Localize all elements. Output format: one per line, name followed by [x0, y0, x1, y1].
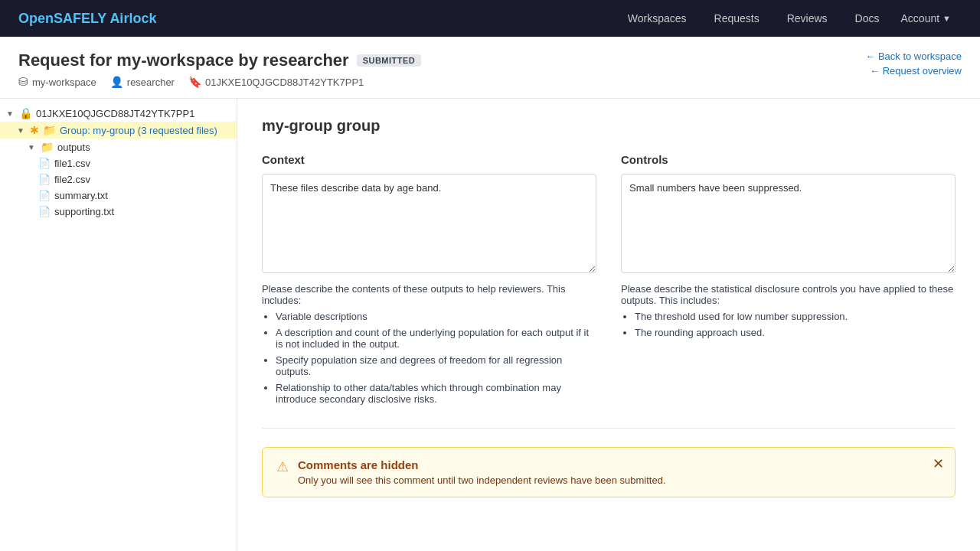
context-controls-grid: Context These files describe data by age…	[262, 153, 956, 409]
outputs-label: outputs	[57, 142, 90, 153]
file-icon: 📄	[38, 206, 51, 217]
file-name: file2.csv	[54, 174, 90, 185]
group-label: Group: my-group (3 requested files)	[60, 125, 217, 136]
content-area: my-group group Context These files descr…	[237, 99, 980, 551]
context-help-text: Please describe the contents of these ou…	[262, 283, 596, 306]
file-icon: 📄	[38, 174, 51, 185]
context-bullets: Variable descriptions A description and …	[276, 311, 596, 405]
sidebar: ▼ 🔒 01JKXE10QJGCD88JT42YTK7PP1 ▼ ✱ 📁 Gro…	[0, 99, 237, 551]
list-item[interactable]: 📄 file1.csv	[0, 155, 237, 171]
chevron-down-icon: ▼	[28, 143, 37, 152]
logo-airlock: Airlock	[109, 11, 156, 26]
nav-requests[interactable]: Requests	[704, 6, 770, 31]
request-id: 01JKXE10QJGCD88JT42YTK7PP1	[205, 77, 364, 88]
account-menu[interactable]: Account ▼	[890, 6, 962, 31]
close-button[interactable]: ✕	[933, 455, 944, 472]
file-name: supporting.txt	[54, 206, 114, 217]
controls-section: Controls Small numbers have been suppres…	[621, 153, 956, 409]
user-name: researcher	[127, 77, 175, 88]
file-icon: 📄	[38, 158, 51, 169]
file-name: file1.csv	[54, 158, 90, 169]
tree-root[interactable]: ▼ 🔒 01JKXE10QJGCD88JT42YTK7PP1	[0, 105, 237, 122]
context-section: Context These files describe data by age…	[262, 153, 596, 409]
page-title: Request for my-workspace by researcher S…	[18, 51, 421, 70]
folder-icon: 📁	[41, 141, 54, 153]
page-meta: ⛁ my-workspace 👤 researcher 🔖 01JKXE10QJ…	[18, 75, 421, 89]
list-item: The threshold used for low number suppre…	[635, 311, 956, 322]
list-item: The rounding approach used.	[635, 327, 956, 338]
banner-title: Comments are hidden	[298, 458, 666, 471]
section-divider	[262, 428, 956, 429]
warning-icon: ⚠	[276, 458, 289, 475]
banner-text: Comments are hidden Only you will see th…	[298, 458, 666, 486]
tree-group[interactable]: ▼ ✱ 📁 Group: my-group (3 requested files…	[0, 122, 237, 139]
request-overview-link[interactable]: ← Request overview	[865, 65, 962, 77]
workspace-name: my-workspace	[32, 77, 96, 88]
file-name: summary.txt	[54, 190, 108, 201]
nav-workspaces[interactable]: Workspaces	[617, 6, 697, 31]
controls-help-text: Please describe the statistical disclosu…	[621, 283, 956, 306]
list-item[interactable]: 📄 summary.txt	[0, 187, 237, 204]
page-header: Request for my-workspace by researcher S…	[0, 37, 980, 99]
banner-description: Only you will see this comment until two…	[298, 474, 666, 486]
list-item[interactable]: 📄 supporting.txt	[0, 204, 237, 220]
lock-icon: 🔒	[19, 107, 32, 119]
file-icon: 📄	[38, 190, 51, 201]
root-id-label: 01JKXE10QJGCD88JT42YTK7PP1	[36, 108, 194, 119]
nav-links: Workspaces Requests Reviews Docs	[617, 6, 890, 31]
top-nav: OpenSAFELY Airlock Workspaces Requests R…	[0, 0, 980, 37]
user-icon: 👤	[110, 76, 123, 88]
chevron-down-icon: ▼	[17, 126, 26, 135]
meta-user: 👤 researcher	[110, 75, 175, 89]
controls-heading: Controls	[621, 153, 956, 166]
header-right: ← Back to workspace ← Request overview	[865, 51, 962, 77]
list-item: Relationship to other data/tables which …	[276, 382, 596, 405]
list-item[interactable]: 📄 file2.csv	[0, 171, 237, 187]
controls-bullets: The threshold used for low number suppre…	[635, 311, 956, 338]
group-icon: ✱	[30, 124, 39, 136]
comments-banner: ⚠ Comments are hidden Only you will see …	[262, 447, 956, 497]
list-item: Specify population size and degrees of f…	[276, 354, 596, 377]
meta-id: 🔖 01JKXE10QJGCD88JT42YTK7PP1	[188, 75, 364, 89]
logo-opensafely: OpenSAFELY	[18, 11, 106, 26]
main-layout: ▼ 🔒 01JKXE10QJGCD88JT42YTK7PP1 ▼ ✱ 📁 Gro…	[0, 99, 980, 551]
list-item: A description and count of the underlyin…	[276, 327, 596, 350]
folder-icon: 📁	[43, 124, 56, 136]
controls-textarea[interactable]: Small numbers have been suppressed.	[621, 174, 956, 273]
nav-docs[interactable]: Docs	[844, 6, 890, 31]
tree-outputs-folder[interactable]: ▼ 📁 outputs	[0, 139, 237, 155]
workspace-icon: ⛁	[18, 75, 28, 89]
status-badge: SUBMITTED	[357, 54, 422, 67]
chevron-down-icon: ▼	[6, 109, 15, 118]
group-title: my-group group	[262, 117, 956, 135]
account-label: Account	[901, 12, 940, 24]
chevron-down-icon: ▼	[942, 14, 951, 23]
context-heading: Context	[262, 153, 596, 166]
nav-reviews[interactable]: Reviews	[776, 6, 838, 31]
back-to-workspace-link[interactable]: ← Back to workspace	[865, 51, 962, 62]
context-textarea[interactable]: These files describe data by age band.	[262, 174, 596, 273]
meta-workspace: ⛁ my-workspace	[18, 75, 96, 89]
list-item: Variable descriptions	[276, 311, 596, 322]
header-left: Request for my-workspace by researcher S…	[18, 51, 421, 89]
id-icon: 🔖	[188, 76, 201, 88]
app-logo[interactable]: OpenSAFELY Airlock	[18, 11, 156, 27]
